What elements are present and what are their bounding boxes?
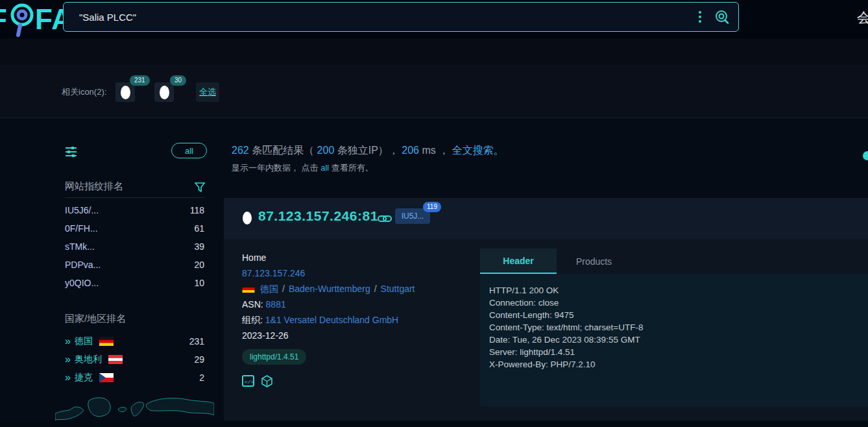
favicon-oval-icon bbox=[121, 86, 130, 99]
summary-text: 条独立IP）， bbox=[334, 145, 402, 156]
search-bar bbox=[63, 2, 739, 32]
detail-tabs: Header Products bbox=[480, 249, 868, 274]
fingerprint-filter-funnel-icon[interactable] bbox=[195, 182, 205, 193]
fingerprint-item[interactable]: PDPva... 20 bbox=[65, 256, 204, 274]
fingerprint-item[interactable]: sTMk... 39 bbox=[65, 238, 204, 256]
related-favicon-2[interactable] bbox=[154, 82, 174, 102]
fingerprint-label: sTMk... bbox=[65, 241, 95, 252]
product-cube-icon[interactable] bbox=[261, 375, 273, 387]
result-action-icons: </> bbox=[242, 375, 273, 387]
fingerprint-item[interactable]: IU5J6/... 118 bbox=[65, 201, 204, 219]
host-details: Home 87.123.157.246 德国 / Baden-Wurttembe… bbox=[242, 250, 476, 343]
double-chevron-icon: » bbox=[65, 372, 69, 384]
org-row: 组织: 1&1 Versatel Deutschland GmbH bbox=[242, 312, 476, 328]
search-input[interactable] bbox=[64, 3, 695, 31]
all-link[interactable]: all bbox=[320, 163, 329, 173]
asn-label: ASN: bbox=[242, 299, 263, 310]
http-header-panel: HTTP/1.1 200 OK Connection: close Conten… bbox=[480, 274, 868, 407]
bottom-band bbox=[0, 421, 868, 427]
double-chevron-icon: » bbox=[65, 354, 69, 365]
tab-products[interactable]: Products bbox=[557, 249, 631, 274]
search-options-kebab-icon[interactable] bbox=[695, 9, 705, 25]
fingerprint-badge-count: 119 bbox=[423, 202, 441, 212]
favicon-oval-icon bbox=[160, 86, 169, 99]
logo-text-f: F bbox=[0, 0, 8, 39]
fingerprint-item[interactable]: y0QIO... 10 bbox=[65, 274, 204, 292]
double-chevron-icon: » bbox=[65, 336, 69, 347]
country-link[interactable]: 德国 bbox=[260, 281, 278, 297]
ip-link[interactable]: 87.123.157.246 bbox=[242, 265, 476, 281]
favicon-oval-icon bbox=[243, 212, 252, 225]
fulltext-search-link[interactable]: 全文搜索。 bbox=[452, 145, 504, 156]
fingerprint-label: PDPva... bbox=[65, 260, 101, 270]
germany-flag-icon bbox=[242, 285, 255, 293]
http-header-line: X-Powered-By: PHP/7.2.10 bbox=[489, 358, 862, 371]
http-header-line: Date: Tue, 26 Dec 2023 08:39:55 GMT bbox=[489, 334, 862, 346]
page-title: Home bbox=[242, 250, 476, 265]
link-chain-icon[interactable] bbox=[378, 214, 392, 223]
country-count: 231 bbox=[189, 336, 204, 347]
fingerprint-ranking-title: 网站指纹排名 bbox=[65, 180, 204, 193]
tab-header[interactable]: Header bbox=[480, 249, 557, 274]
ip-count: 200 bbox=[317, 145, 335, 156]
fingerprint-label: IU5J6/... bbox=[65, 205, 99, 215]
czech-flag-icon bbox=[99, 373, 114, 382]
fingerprint-count: 118 bbox=[190, 205, 204, 215]
geo-row: 德国 / Baden-Wurttemberg / Stuttgart bbox=[242, 281, 476, 297]
summary-text: 条匹配结果（ bbox=[249, 145, 317, 156]
country-item-austria[interactable]: » 奥地利 29 bbox=[65, 350, 204, 369]
top-bar: F FA 会员 bbox=[0, 0, 868, 39]
sub-band bbox=[0, 39, 868, 66]
germany-flag-icon bbox=[99, 337, 114, 346]
source-code-icon[interactable]: </> bbox=[242, 375, 254, 387]
summary-text: ms ， bbox=[419, 145, 452, 156]
org-link[interactable]: 1&1 Versatel Deutschland GmbH bbox=[265, 315, 398, 325]
http-header-line: Connection: close bbox=[489, 297, 862, 309]
http-header-line: Content-Type: text/html; charset=UTF-8 bbox=[489, 321, 862, 334]
http-header-line: Server: lighttpd/1.4.51 bbox=[489, 346, 862, 358]
fingerprint-count: 10 bbox=[194, 278, 204, 288]
fingerprint-item[interactable]: 0F/FH... 61 bbox=[65, 219, 204, 238]
result-ip-port-link[interactable]: 87.123.157.246:81 bbox=[258, 208, 378, 224]
match-count: 262 bbox=[232, 145, 249, 156]
http-header-line: Content-Length: 9475 bbox=[489, 309, 862, 321]
all-filter-button[interactable]: all bbox=[171, 143, 207, 158]
search-button[interactable] bbox=[711, 6, 733, 28]
results-summary: 262 条匹配结果（ 200 条独立IP）， 206 ms ， 全文搜索。 bbox=[232, 144, 504, 158]
scan-date: 2023-12-26 bbox=[242, 328, 476, 343]
fingerprint-label: 0F/FH... bbox=[65, 223, 98, 234]
fingerprint-label: y0QIO... bbox=[65, 278, 99, 288]
fingerprint-count: 39 bbox=[194, 241, 204, 252]
http-header-line: HTTP/1.1 200 OK bbox=[489, 284, 862, 297]
country-count: 2 bbox=[199, 372, 204, 383]
results-summary-note: 显示一年内数据， 点击 all 查看所有。 bbox=[232, 162, 374, 174]
fofa-search-results-page: F FA 会员 相关icon(2): bbox=[0, 0, 868, 427]
fofa-logo[interactable]: F FA bbox=[0, 0, 73, 39]
svg-text:</>: </> bbox=[245, 379, 254, 385]
country-name: 捷克 bbox=[75, 372, 93, 384]
fingerprint-count: 20 bbox=[194, 260, 204, 270]
floating-action-dot[interactable] bbox=[863, 151, 868, 160]
server-version-tag[interactable]: lighttpd/1.4.51 bbox=[242, 349, 306, 365]
asn-link[interactable]: 8881 bbox=[266, 299, 286, 310]
divider bbox=[65, 197, 204, 198]
note-text: 查看所有。 bbox=[329, 163, 374, 173]
related-icons-label: 相关icon(2): bbox=[62, 66, 106, 118]
related-favicon-1[interactable] bbox=[115, 82, 135, 102]
country-count: 29 bbox=[194, 354, 204, 365]
result-card: 87.123.157.246:81 IU5J... 119 Home 87.12… bbox=[224, 198, 868, 421]
logo-magnifier-icon bbox=[8, 1, 35, 38]
member-link-cutoff[interactable]: 会员 bbox=[857, 8, 868, 27]
note-text: 显示一年内数据， 点击 bbox=[232, 163, 320, 173]
region-link[interactable]: Baden-Wurttemberg bbox=[289, 281, 370, 297]
city-link[interactable]: Stuttgart bbox=[381, 281, 415, 297]
country-item-germany[interactable]: » 德国 231 bbox=[65, 332, 204, 350]
related-icons-row: 相关icon(2): 231 30 全选 bbox=[0, 66, 868, 118]
separator: / bbox=[282, 281, 285, 297]
country-name: 德国 bbox=[75, 336, 93, 347]
select-all-button[interactable]: 全选 bbox=[196, 82, 219, 102]
favicon-2-count-badge: 30 bbox=[170, 75, 186, 86]
country-item-czech[interactable]: » 捷克 2 bbox=[65, 369, 204, 387]
filters-sliders-icon[interactable] bbox=[65, 145, 77, 158]
austria-flag-icon bbox=[108, 355, 123, 364]
